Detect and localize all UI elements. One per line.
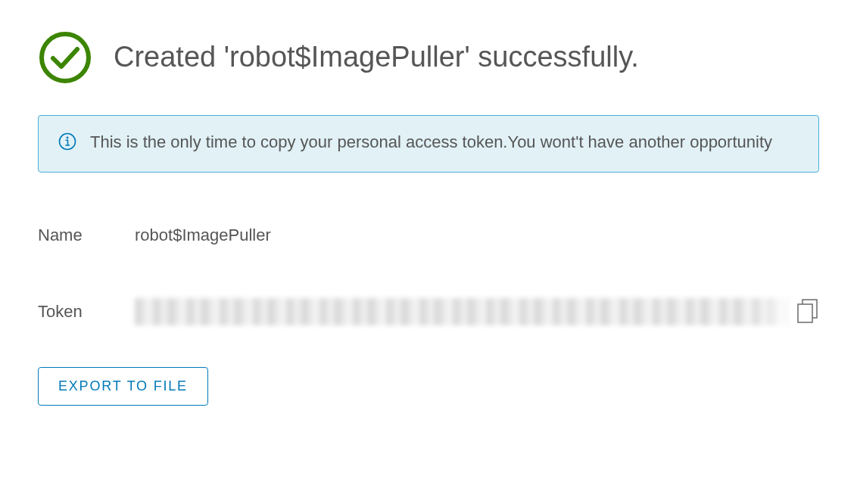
token-label: Token: [38, 302, 135, 322]
info-banner-text: This is the only time to copy your perso…: [90, 129, 772, 155]
name-row: Name robot$ImagePuller: [38, 226, 819, 245]
copy-icon[interactable]: [796, 299, 819, 325]
svg-point-0: [42, 34, 89, 81]
token-row: Token: [38, 298, 819, 325]
info-banner: This is the only time to copy your perso…: [38, 115, 819, 173]
success-header: Created 'robot$ImagePuller' successfully…: [38, 30, 819, 85]
page-title: Created 'robot$ImagePuller' successfully…: [114, 40, 639, 75]
export-to-file-button[interactable]: EXPORT TO FILE: [38, 367, 208, 406]
name-label: Name: [38, 226, 135, 245]
svg-rect-4: [798, 304, 812, 322]
name-value: robot$ImagePuller: [135, 226, 271, 245]
info-icon: [58, 132, 76, 151]
token-value-redacted: [135, 298, 789, 325]
success-check-icon: [38, 30, 92, 85]
token-value-wrap: [135, 298, 819, 325]
svg-point-2: [67, 137, 69, 139]
